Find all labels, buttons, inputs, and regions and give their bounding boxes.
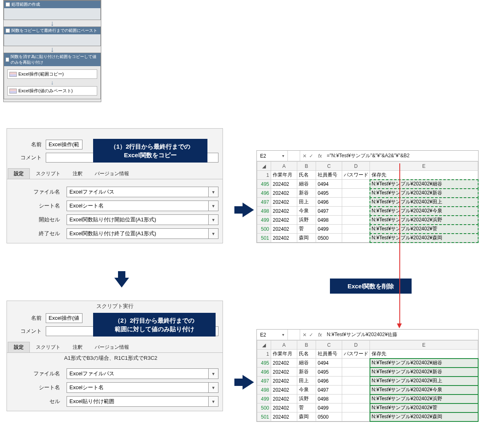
flow-inner-paste[interactable]: Excel操作(値のみペースト) — [7, 86, 97, 96]
tab-script[interactable]: スクリプト — [30, 342, 67, 352]
flow-node-3-title: 関数を消す為に貼り付けた範囲をコピーして値のみを再貼り付け — [11, 54, 99, 65]
table-row[interactable]: 497202402田上0496N:¥Test¥サンプル¥202402¥田上 — [257, 198, 478, 207]
excel2-grid[interactable]: ◢ A B C D E 1 作業年月 氏名 社員番号 パスワード 保存先 495… — [257, 340, 478, 421]
arrow-down-icon: ↓ — [4, 80, 100, 85]
tab-version[interactable]: バージョン情報 — [89, 342, 135, 352]
col-header-e[interactable]: E — [370, 162, 478, 171]
endcell-label: 終了セル — [11, 230, 64, 237]
tab-notes[interactable]: 注釈 — [67, 168, 89, 179]
cell-dropdown[interactable]: Excel貼り付け範囲 ▼ — [67, 396, 218, 407]
panel2-title: スクリプト実行 — [7, 301, 223, 312]
select-all-corner[interactable]: ◢ — [257, 341, 271, 350]
excel-pane-2: E2 ▾ ✕✓ fx N:¥Test¥サンプル¥202402¥佐藤 ◢ A B … — [256, 329, 479, 422]
sheet-dropdown[interactable]: Excelシート名 ▼ — [67, 382, 218, 393]
chevron-down-icon[interactable]: ▼ — [208, 383, 218, 392]
formula-icons: ✕✓ — [300, 330, 316, 340]
chevron-down-icon[interactable]: ▾ — [282, 154, 284, 158]
sheet-dropdown[interactable]: Excelシート名 ▼ — [67, 201, 218, 211]
flow-node-1[interactable]: 処理範囲の作成 — [4, 0, 101, 20]
chevron-down-icon[interactable]: ▼ — [208, 397, 218, 406]
table-row[interactable]: 498202402今泉0497N:¥Test¥サンプル¥202402¥今泉 — [257, 386, 478, 395]
tab-settings[interactable]: 設定 — [8, 342, 30, 352]
vbs-icon — [9, 89, 17, 94]
col-header-a[interactable]: A — [271, 341, 297, 350]
tab-version[interactable]: バージョン情報 — [89, 168, 135, 179]
formula-bar[interactable]: N:¥Test¥サンプル¥202402¥佐藤 — [324, 330, 478, 340]
red-arrow-line — [399, 163, 400, 324]
arrow-right-icon — [243, 203, 254, 217]
excel1-grid[interactable]: ◢ A B C D E 1 作業年月 氏名 社員番号 パスワード 保存先 495… — [257, 161, 478, 243]
endcell-dropdown[interactable]: Excel関数貼り付け終了位置(A1形式) ▼ — [67, 228, 218, 239]
sheet-label: シート名 — [11, 384, 64, 391]
tab-notes[interactable]: 注釈 — [67, 342, 89, 352]
table-row[interactable]: 500202402菅0499N:¥Test¥サンプル¥202402¥菅 — [257, 225, 478, 234]
table-row[interactable]: 495202402細谷0494N:¥Test¥サンプル¥202402¥細谷 — [257, 359, 478, 368]
chevron-down-icon[interactable]: ▼ — [208, 201, 218, 211]
flow-inner-copy[interactable]: Excel操作(範囲コピー) — [7, 69, 97, 79]
file-label: ファイル名 — [11, 370, 64, 377]
cancel-icon[interactable]: ✕ — [303, 332, 307, 338]
table-row: 1 作業年月 氏名 社員番号 パスワード 保存先 — [257, 350, 478, 359]
flow-inner-paste-label: Excel操作(値のみペースト) — [18, 88, 73, 94]
chevron-down-icon[interactable]: ▼ — [208, 215, 218, 225]
flow-node-2-title: 関数をコピーして最終行までの範囲にペースト — [11, 28, 97, 33]
col-header-d[interactable]: D — [342, 341, 370, 350]
table-row[interactable]: 499202402浜野0498N:¥Test¥サンプル¥202402¥浜野 — [257, 216, 478, 225]
col-header-b[interactable]: B — [297, 162, 316, 171]
panel1-tabs: 設定 スクリプト 注釈 バージョン情報 — [7, 168, 223, 179]
col-header-d[interactable]: D — [342, 162, 370, 171]
table-row[interactable]: 498202402今泉0497N:¥Test¥サンプル¥202402¥今泉 — [257, 207, 478, 216]
chevron-down-icon[interactable]: ▼ — [208, 369, 218, 379]
table-row[interactable]: 501202402森岡0500N:¥Test¥サンプル¥202402¥森岡 — [257, 412, 478, 421]
fx-icon[interactable]: fx — [316, 330, 324, 340]
name-label: 名前 — [11, 314, 46, 322]
table-row[interactable]: 501202402森岡0500N:¥Test¥サンプル¥202402¥森岡 — [257, 234, 478, 243]
comment-label: コメント — [11, 154, 46, 161]
flow-node-2[interactable]: 関数をコピーして最終行までの範囲にペースト — [4, 27, 101, 46]
flowchart: 処理範囲の作成 ↓ 関数をコピーして最終行までの範囲にペースト ↓ 関数を消す為… — [3, 0, 101, 102]
check-icon[interactable]: ✓ — [309, 332, 313, 338]
col-header-e[interactable]: E — [370, 341, 478, 350]
flow-node-1-title: 処理範囲の作成 — [11, 2, 40, 7]
table-row[interactable]: 496202402新谷0495N:¥Test¥サンプル¥202402¥新谷 — [257, 368, 478, 377]
chevron-down-icon[interactable]: ▼ — [208, 229, 218, 238]
chevron-down-icon[interactable]: ▼ — [208, 187, 218, 197]
table-row[interactable]: 499202402浜野0498N:¥Test¥サンプル¥202402¥浜野 — [257, 395, 478, 403]
fx-icon[interactable]: fx — [316, 151, 324, 161]
flow-node-3[interactable]: 関数を消す為に貼り付けた範囲をコピーして値のみを再貼り付け Excel操作(範囲… — [4, 53, 101, 99]
name-label: 名前 — [11, 141, 46, 148]
name-field[interactable]: Excel操作(値 — [46, 313, 82, 323]
check-icon[interactable]: ✓ — [309, 153, 313, 159]
col-header-b[interactable]: B — [297, 341, 316, 350]
col-header-c[interactable]: C — [316, 162, 342, 171]
callout-2: （2）2行目から最終行までの 範囲に対して値のみ貼り付け — [93, 313, 216, 337]
cell-label: セル — [11, 398, 64, 405]
arrow-down-icon: ↓ — [4, 20, 101, 27]
name-field[interactable]: Excel操作(範 — [46, 140, 82, 149]
select-all-corner[interactable]: ◢ — [257, 162, 271, 171]
red-arrow-head-icon — [397, 323, 402, 328]
startcell-dropdown[interactable]: Excel関数貼り付け開始位置(A1形式) ▼ — [67, 214, 218, 225]
file-dropdown[interactable]: Excelファイルパス ▼ — [67, 187, 218, 197]
file-label: ファイル名 — [11, 188, 64, 196]
tab-settings[interactable]: 設定 — [8, 168, 30, 179]
table-row[interactable]: 500202402菅0499N:¥Test¥サンプル¥202402¥菅 — [257, 403, 478, 412]
callout-1: （1）2行目から最終行までの Excel関数をコピー — [93, 139, 207, 163]
panel2-tabs: 設定 スクリプト 注釈 バージョン情報 — [7, 342, 223, 353]
cancel-icon[interactable]: ✕ — [303, 153, 307, 159]
table-row[interactable]: 496202402新谷0495N:¥Test¥サンプル¥202402¥新谷 — [257, 189, 478, 198]
table-row[interactable]: 495202402細谷0494N:¥Test¥サンプル¥202402¥細谷 — [257, 180, 478, 189]
startcell-label: 開始セル — [11, 216, 64, 223]
cell-name-box[interactable]: E2 ▾ — [257, 151, 288, 161]
col-header-c[interactable]: C — [316, 341, 342, 350]
formula-bar[interactable]: ="N:¥Test¥サンプル"&"¥"&A2&"¥"&B2 — [324, 151, 478, 161]
col-header-a[interactable]: A — [271, 162, 297, 171]
square-icon — [6, 58, 9, 62]
chevron-down-icon[interactable]: ▾ — [282, 332, 284, 337]
table-row[interactable]: 497202402田上0496N:¥Test¥サンプル¥202402¥田上 — [257, 377, 478, 386]
file-dropdown[interactable]: Excelファイルパス ▼ — [67, 368, 218, 379]
cell-name-box[interactable]: E2 ▾ — [257, 330, 288, 340]
vbs-icon — [9, 72, 17, 77]
tab-script[interactable]: スクリプト — [30, 168, 67, 179]
panel2-note: A1形式でB3の場合、R1C1形式でR3C2 — [7, 353, 223, 363]
